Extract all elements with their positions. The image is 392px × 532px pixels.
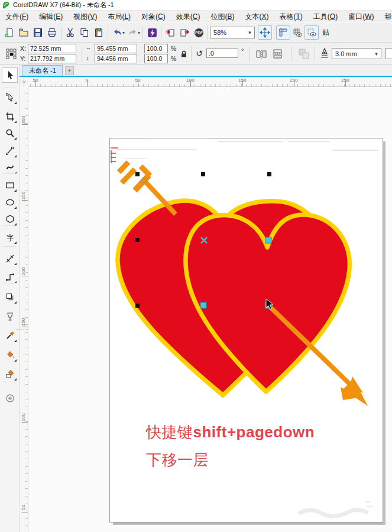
menu-item-11[interactable]: 帮助(H) [379,11,392,22]
pan-button[interactable] [258,25,272,40]
y-position-field[interactable]: 217.792 mm [28,54,76,63]
selection-handle[interactable] [135,172,140,176]
selection-handle[interactable] [135,238,140,242]
menu-item-9[interactable]: 工具(O) [308,11,343,22]
menu-item-10[interactable]: 窗口(W) [343,11,379,22]
zoom-level-combobox[interactable]: 58% ▾ [210,27,255,38]
menu-item-0[interactable]: 文件(F) [0,11,34,22]
x-position-field[interactable]: 72.525 mm [28,44,76,53]
coreldraw-window: CorelDRAW X7 (64-Bit) - 未命名 -1 文件(F)编辑(E… [0,0,392,532]
menu-item-7[interactable]: 文本(X) [239,11,274,22]
cut-button[interactable] [63,25,77,40]
toolbar-separator [142,26,143,39]
y-label: Y: [20,55,25,62]
ruler-label: 50 [33,78,38,83]
scale-width-field[interactable]: 100.0 [144,44,168,53]
copy-button[interactable] [77,25,92,40]
ellipse-icon [5,198,15,207]
selection-handle[interactable] [201,172,205,176]
menu-item-6[interactable]: 位图(B) [205,11,239,22]
degree-label: ° [241,47,244,54]
mirror-vertical-button[interactable] [272,49,284,59]
quick-customize-button[interactable] [2,391,18,406]
ruler-label: 200 [290,78,297,83]
pick-tool[interactable] [2,67,18,83]
grid-toggle-button[interactable] [290,25,304,40]
paste-button[interactable] [92,25,106,40]
text-tool[interactable]: 字 [2,230,18,245]
rotation-field[interactable]: .0 [206,49,238,58]
zoom-tool[interactable] [2,125,18,141]
new-document-button[interactable] [2,25,17,40]
redo-dropdown-caret[interactable]: ▾ [138,30,140,36]
artwork-layer [28,87,392,532]
menu-item-4[interactable]: 对象(C) [136,11,171,22]
toolbar-separator [108,26,108,39]
transparency-tool[interactable] [2,309,18,324]
toolbox-separator [3,382,17,382]
rectangle-tool[interactable] [2,178,18,193]
import-button[interactable] [163,25,177,40]
save-button[interactable] [31,25,45,40]
transparency-icon [5,312,15,321]
menu-item-5[interactable]: 效果(C) [171,11,206,22]
ruler-label: 250 [341,78,349,83]
app-logo-icon [2,1,10,9]
document-tab-bar: 未命名 -1 + [20,65,392,76]
pick-icon [5,70,15,80]
ellipse-tool[interactable] [2,195,18,210]
node-marker[interactable] [265,237,271,243]
freehand-tool[interactable] [2,143,18,159]
rulers-toggle-button[interactable] [276,25,290,40]
toolbox-separator [3,88,17,88]
undo-dropdown-caret[interactable]: ▾ [122,30,125,36]
height-icon: ↕ [86,55,89,61]
fill-tool[interactable] [2,347,18,363]
ruler-tick [22,512,28,512]
toolbar-separator [274,26,274,39]
selection-handle[interactable] [267,172,271,176]
print-button[interactable] [45,25,59,40]
color-eyedropper-tool[interactable] [2,328,18,343]
arrow-fletching[interactable] [119,162,176,214]
width-field[interactable]: 95.455 mm [95,44,137,53]
selection-handle[interactable] [135,304,140,308]
application-launcher-button[interactable] [145,25,159,40]
height-field[interactable]: 94.456 mm [95,54,137,63]
menu-item-1[interactable]: 编辑(E) [34,11,68,22]
open-button[interactable] [17,25,31,40]
snap-toggle-button[interactable] [304,25,319,40]
toolbox-separator [3,246,17,247]
dimension-tool[interactable] [2,251,18,266]
vertical-ruler[interactable]: 30025020015010050 [20,87,28,532]
snap-to-label-partial[interactable]: 贴 [322,28,329,38]
partial-control[interactable] [385,48,392,59]
group-objects-icon-disabled [298,48,310,60]
horizontal-ruler[interactable]: 50050100150200250 [28,77,392,87]
zoom-icon [5,128,15,138]
ruler-origin-corner[interactable] [20,77,28,87]
export-button[interactable] [177,25,192,40]
polygon-tool[interactable] [2,211,18,227]
svg-text:字: 字 [7,234,14,242]
publish-pdf-button[interactable]: PDF [192,25,206,40]
new-tab-button[interactable]: + [65,66,74,75]
crop-tool[interactable] [2,109,18,124]
menu-item-8[interactable]: 表格(T) [274,11,307,22]
menu-item-3[interactable]: 布局(L) [102,11,136,22]
menu-item-2[interactable]: 视图(V) [68,11,102,22]
scale-height-field[interactable]: 100.0 [144,54,168,63]
node-marker[interactable] [200,302,206,308]
interactive-fill-tool[interactable] [2,366,18,382]
drop-shadow-tool[interactable] [2,289,18,305]
outline-width-combobox[interactable]: 3.0 mm ▾ [332,48,381,59]
drawing-canvas[interactable]: 快捷键shift+pagedown 下移一层 [28,87,392,532]
mirror-horizontal-button[interactable] [255,49,267,59]
chevron-down-icon: ▾ [245,30,254,36]
document-tab[interactable]: 未命名 -1 [22,65,63,76]
lock-ratio-icon[interactable] [180,50,187,58]
text-icon: 字 [5,233,15,242]
shape-tool[interactable] [2,90,18,105]
red-artifact-glyph [111,148,118,163]
polygon-icon [5,214,15,224]
